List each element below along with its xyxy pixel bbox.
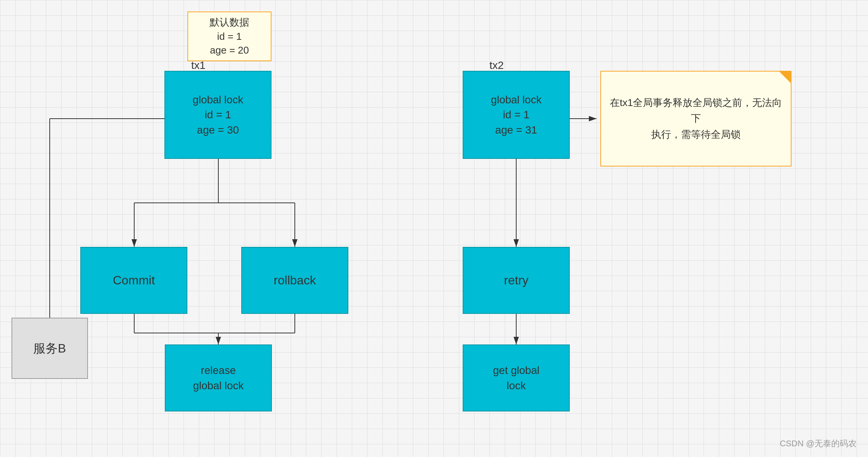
default-data-box: 默认数据id = 1age = 20 <box>187 11 271 61</box>
service-b-box: 服务B <box>11 318 88 379</box>
watermark: CSDN @无泰的码农 <box>780 438 857 449</box>
commit-text: Commit <box>113 272 155 289</box>
tx1-global-lock-text: global lockid = 1age = 30 <box>193 92 243 137</box>
rollback-box: rollback <box>241 247 348 314</box>
tx2-global-lock-box: global lockid = 1age = 31 <box>463 71 570 159</box>
retry-box: retry <box>463 247 570 314</box>
tx1-global-lock-box: global lockid = 1age = 30 <box>164 71 271 159</box>
get-global-lock-text: get globallock <box>493 363 539 393</box>
tx2-global-lock-text: global lockid = 1age = 31 <box>491 92 541 137</box>
tx2-label: tx2 <box>489 59 504 72</box>
tx1-label: tx1 <box>191 59 205 72</box>
release-global-lock-text: releaseglobal lock <box>193 363 244 393</box>
grid-background <box>0 0 868 457</box>
get-global-lock-box: get globallock <box>463 344 570 411</box>
note-box: 在tx1全局事务释放全局锁之前，无法向下执行，需等待全局锁 <box>600 71 792 166</box>
service-b-text: 服务B <box>33 340 66 357</box>
note-text: 在tx1全局事务释放全局锁之前，无法向下执行，需等待全局锁 <box>609 95 783 143</box>
default-data-text: 默认数据id = 1age = 20 <box>210 15 249 57</box>
commit-box: Commit <box>80 247 187 314</box>
release-global-lock-box: releaseglobal lock <box>165 344 272 411</box>
retry-text: retry <box>504 272 528 289</box>
rollback-text: rollback <box>274 272 316 289</box>
